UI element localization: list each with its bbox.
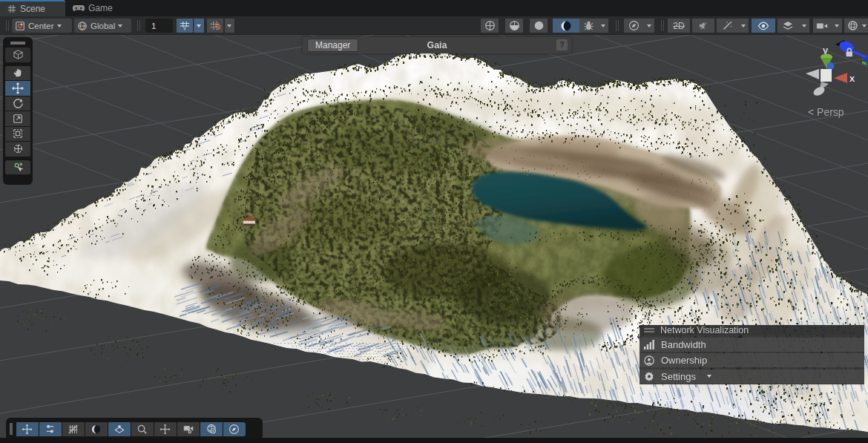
svg-text:x: x: [849, 73, 855, 84]
svg-text:< Persp: < Persp: [808, 106, 844, 118]
svg-text:Y: Y: [183, 26, 186, 31]
